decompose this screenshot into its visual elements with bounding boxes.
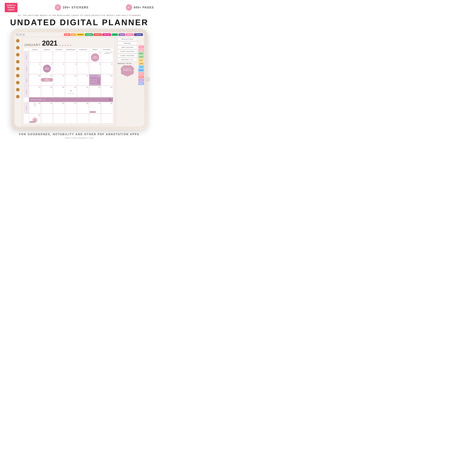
calendar-grid: SUNDAY MONDAY TUESDAY WEDNESDAY THURSDAY… (24, 48, 113, 123)
month-tab-jul[interactable]: JUL (139, 65, 144, 68)
month-tab-sep[interactable]: SEP (138, 72, 144, 75)
cell-last-tue[interactable] (53, 114, 65, 123)
month-tab-dec[interactable]: DEC (138, 82, 144, 85)
cell-5-tue[interactable]: 5 (53, 63, 65, 74)
cell-last-sat[interactable] (101, 114, 113, 123)
month-tab-apr[interactable]: APR (138, 55, 144, 58)
month-tab-jan[interactable]: JAN (138, 45, 144, 48)
month-tab-oct[interactable]: OCT (138, 75, 144, 78)
time-tracker-button[interactable]: TIME TRACKER (118, 46, 137, 49)
cell-empty-w1-wed (65, 51, 77, 63)
cell-14-thu[interactable]: 14 (77, 74, 89, 86)
cell-12-tue[interactable]: 12 (53, 74, 65, 86)
date-16: 16 (110, 75, 112, 77)
cell-31-sun[interactable]: 31 🏠 WORK (29, 114, 41, 123)
cell-last-mon[interactable] (41, 114, 53, 123)
cell-28-thu[interactable]: 28 (77, 102, 89, 113)
ring-7 (16, 81, 19, 85)
tab-info[interactable]: Info (71, 33, 76, 36)
cell-last-wed[interactable] (65, 114, 77, 123)
week-label-2: WEEK 2 (24, 63, 29, 74)
date-28: 28 (86, 103, 88, 104)
cell-24-sun[interactable]: 24 HomeSweetHome (29, 102, 41, 113)
trip-sticker: ✈ trip to Istanbul (66, 89, 76, 94)
cell-17-sun[interactable]: 17 (29, 86, 41, 97)
sunday-monday-badge: SUNDAY & MONDAY STARTS (5, 3, 17, 12)
cell-18-mon[interactable]: 18 (41, 86, 53, 97)
cell-20-wed[interactable]: 20 ✈ trip to Istanbul (65, 86, 77, 97)
tab-selfcare[interactable]: Self Care (102, 33, 111, 36)
month-tab-may[interactable]: MAY (138, 59, 144, 62)
cell-7-thu[interactable]: 7 (77, 63, 89, 74)
cell-29-fri[interactable]: 29 PAYDAY (89, 102, 101, 113)
cell-11-mon[interactable]: 11 Mom'sBirthday! ♡ (41, 74, 53, 86)
cell-1-fri[interactable]: 1 HappyNew Year! (89, 51, 101, 63)
sticker-check-icon: ✓ (55, 4, 61, 11)
day-header-fri: FRIDAY (89, 48, 101, 51)
ring-4 (16, 60, 19, 64)
moms-birthday-sticker: Mom'sBirthday! (42, 78, 52, 82)
sleep-tracker-button[interactable]: SLEEP TRACKER (118, 54, 137, 57)
cell-15-fri[interactable]: 15 TO DO ★★★★★ ★★★★★ ★★★★★ (89, 74, 101, 86)
ring-5 (16, 67, 19, 70)
cell-empty-w1-tue (53, 51, 65, 63)
day-header-thu: THURSDAY (77, 48, 89, 51)
date-27: 27 (74, 103, 76, 104)
tab-index[interactable]: Index (64, 33, 70, 36)
tab-calendar[interactable]: Calendar (134, 33, 143, 36)
cell-6-wed[interactable]: 6 (65, 63, 77, 74)
grocery-list-button[interactable]: GROCERY LIST (118, 58, 137, 61)
planner-row: JANUARY 2021 ★ ★ ★ ★ ★ SUNDAY MONDAY (15, 36, 144, 127)
cell-2-sat[interactable]: 2 BREAKFAST with Elena (101, 51, 113, 63)
tab-num-1[interactable]: 1 (16, 33, 18, 36)
todo-stars-2: ★★★★★ (90, 80, 100, 82)
cell-26-tue[interactable]: 26 (53, 102, 65, 113)
cell-27-wed[interactable]: 27 (65, 102, 77, 113)
cell-25-mon[interactable]: 25 (41, 102, 53, 113)
tab-projects[interactable]: Projects (76, 33, 85, 36)
month-tab-mar[interactable]: MAR (138, 52, 144, 55)
cell-last-fri[interactable] (89, 114, 101, 123)
cell-23-sat[interactable]: 23 (101, 86, 113, 97)
cell-10-sun[interactable]: 10 (29, 74, 41, 86)
reflections-button[interactable]: REFLECTIONS (118, 37, 137, 41)
tab-nutrition[interactable]: Nutrition (93, 33, 102, 36)
finance-button[interactable]: FINANCE (118, 42, 137, 45)
tablet-home-button[interactable] (145, 77, 150, 82)
right-sidebar: REFLECTIONS FINANCE TIME TRACKER STEPS T… (116, 36, 138, 127)
date-13: 13 (74, 75, 76, 77)
star-5: ★ (69, 44, 71, 47)
tab-finance[interactable]: Finance (85, 33, 93, 36)
date-6: 6 (75, 63, 76, 65)
cell-13-wed[interactable]: 13 (65, 74, 77, 86)
tab-num-2[interactable]: 2 (19, 33, 22, 36)
date-23: 23 (110, 86, 112, 88)
tab-num-3[interactable]: 3 (22, 33, 25, 36)
tab-goals[interactable]: Goals (119, 33, 125, 36)
date-17: 17 (38, 86, 40, 88)
month-tab-jun[interactable]: JUN (138, 62, 144, 65)
cell-3-sun[interactable]: 3 (29, 63, 41, 74)
cell-22-fri[interactable]: 22 (89, 86, 101, 97)
month-tab-feb[interactable]: FEB (138, 49, 144, 52)
month-tab-aug[interactable]: AUG (138, 69, 144, 72)
stars-decoration: ★ ★ ★ ★ ★ (59, 44, 71, 47)
payday-label: PAYDAY (90, 111, 96, 113)
day-header-sun: SUNDAY (29, 48, 41, 51)
tab-stickers[interactable]: Stickers (125, 33, 134, 36)
cell-8-fri[interactable]: 8 (89, 63, 101, 74)
cell-9-sat[interactable]: 9 (101, 63, 113, 74)
tab-notes[interactable]: Notes (112, 33, 118, 36)
week-label-3: WEEK 3 (24, 74, 29, 86)
month-tab-nov[interactable]: NOV (138, 79, 144, 82)
cell-16-sat[interactable]: 16 (101, 74, 113, 86)
ring-3 (16, 53, 19, 56)
steps-tracker-button[interactable]: STEPS TRACKER (118, 50, 137, 53)
cell-19-tue[interactable]: 19 (53, 86, 65, 97)
cell-empty-w1-sun (29, 51, 41, 63)
star-3: ★ (64, 44, 66, 47)
cell-21-thu[interactable]: 21 (77, 86, 89, 97)
cell-30-sat[interactable]: 30 (101, 102, 113, 113)
cell-4-mon[interactable]: 4 Luka'sBirthday! (41, 63, 53, 74)
cell-last-thu[interactable] (77, 114, 89, 123)
